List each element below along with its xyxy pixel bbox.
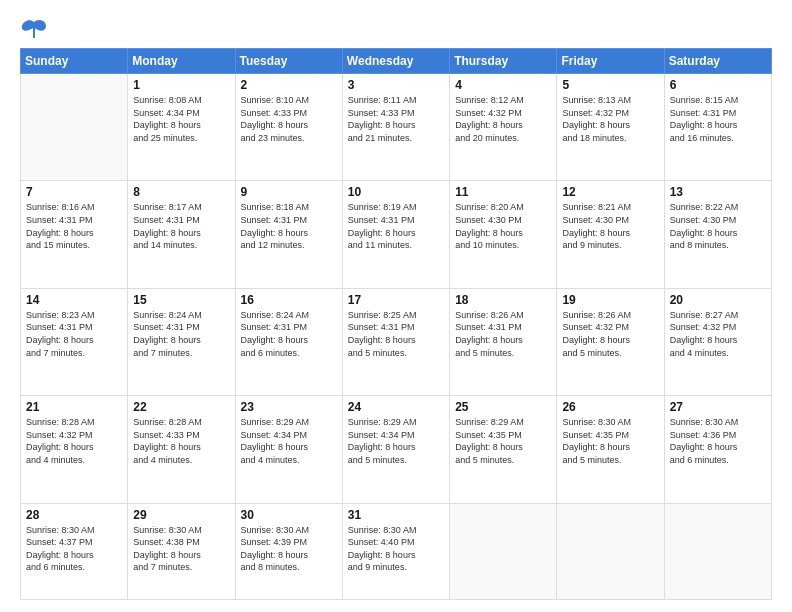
calendar-day-cell: 12Sunrise: 8:21 AM Sunset: 4:30 PM Dayli… — [557, 181, 664, 288]
calendar-table: SundayMondayTuesdayWednesdayThursdayFrid… — [20, 48, 772, 600]
calendar-day-cell: 30Sunrise: 8:30 AM Sunset: 4:39 PM Dayli… — [235, 503, 342, 599]
day-info: Sunrise: 8:24 AM Sunset: 4:31 PM Dayligh… — [133, 309, 229, 359]
day-info: Sunrise: 8:30 AM Sunset: 4:40 PM Dayligh… — [348, 524, 444, 574]
calendar-day-cell: 26Sunrise: 8:30 AM Sunset: 4:35 PM Dayli… — [557, 396, 664, 503]
day-number: 3 — [348, 78, 444, 92]
day-info: Sunrise: 8:28 AM Sunset: 4:32 PM Dayligh… — [26, 416, 122, 466]
calendar-week-row: 21Sunrise: 8:28 AM Sunset: 4:32 PM Dayli… — [21, 396, 772, 503]
day-info: Sunrise: 8:26 AM Sunset: 4:32 PM Dayligh… — [562, 309, 658, 359]
day-number: 13 — [670, 185, 766, 199]
calendar-day-cell: 22Sunrise: 8:28 AM Sunset: 4:33 PM Dayli… — [128, 396, 235, 503]
calendar-day-cell: 2Sunrise: 8:10 AM Sunset: 4:33 PM Daylig… — [235, 74, 342, 181]
calendar-day-cell: 29Sunrise: 8:30 AM Sunset: 4:38 PM Dayli… — [128, 503, 235, 599]
day-info: Sunrise: 8:23 AM Sunset: 4:31 PM Dayligh… — [26, 309, 122, 359]
day-info: Sunrise: 8:16 AM Sunset: 4:31 PM Dayligh… — [26, 201, 122, 251]
day-info: Sunrise: 8:21 AM Sunset: 4:30 PM Dayligh… — [562, 201, 658, 251]
day-info: Sunrise: 8:28 AM Sunset: 4:33 PM Dayligh… — [133, 416, 229, 466]
calendar-day-cell: 17Sunrise: 8:25 AM Sunset: 4:31 PM Dayli… — [342, 288, 449, 395]
day-number: 6 — [670, 78, 766, 92]
day-number: 8 — [133, 185, 229, 199]
day-info: Sunrise: 8:12 AM Sunset: 4:32 PM Dayligh… — [455, 94, 551, 144]
calendar-week-row: 14Sunrise: 8:23 AM Sunset: 4:31 PM Dayli… — [21, 288, 772, 395]
calendar-day-cell: 9Sunrise: 8:18 AM Sunset: 4:31 PM Daylig… — [235, 181, 342, 288]
day-number: 1 — [133, 78, 229, 92]
calendar-day-cell: 1Sunrise: 8:08 AM Sunset: 4:34 PM Daylig… — [128, 74, 235, 181]
calendar-day-cell — [664, 503, 771, 599]
calendar-day-cell: 8Sunrise: 8:17 AM Sunset: 4:31 PM Daylig… — [128, 181, 235, 288]
calendar-week-row: 1Sunrise: 8:08 AM Sunset: 4:34 PM Daylig… — [21, 74, 772, 181]
calendar-weekday-header: Friday — [557, 49, 664, 74]
day-info: Sunrise: 8:30 AM Sunset: 4:37 PM Dayligh… — [26, 524, 122, 574]
day-number: 22 — [133, 400, 229, 414]
logo — [20, 18, 52, 40]
day-info: Sunrise: 8:10 AM Sunset: 4:33 PM Dayligh… — [241, 94, 337, 144]
day-number: 19 — [562, 293, 658, 307]
day-number: 30 — [241, 508, 337, 522]
day-info: Sunrise: 8:22 AM Sunset: 4:30 PM Dayligh… — [670, 201, 766, 251]
calendar-day-cell: 27Sunrise: 8:30 AM Sunset: 4:36 PM Dayli… — [664, 396, 771, 503]
calendar-day-cell: 15Sunrise: 8:24 AM Sunset: 4:31 PM Dayli… — [128, 288, 235, 395]
calendar-day-cell — [557, 503, 664, 599]
day-number: 27 — [670, 400, 766, 414]
calendar-day-cell: 7Sunrise: 8:16 AM Sunset: 4:31 PM Daylig… — [21, 181, 128, 288]
calendar-day-cell: 21Sunrise: 8:28 AM Sunset: 4:32 PM Dayli… — [21, 396, 128, 503]
day-info: Sunrise: 8:15 AM Sunset: 4:31 PM Dayligh… — [670, 94, 766, 144]
calendar-day-cell: 25Sunrise: 8:29 AM Sunset: 4:35 PM Dayli… — [450, 396, 557, 503]
day-number: 28 — [26, 508, 122, 522]
day-number: 31 — [348, 508, 444, 522]
day-number: 16 — [241, 293, 337, 307]
calendar-day-cell: 16Sunrise: 8:24 AM Sunset: 4:31 PM Dayli… — [235, 288, 342, 395]
calendar-week-row: 28Sunrise: 8:30 AM Sunset: 4:37 PM Dayli… — [21, 503, 772, 599]
calendar-day-cell: 14Sunrise: 8:23 AM Sunset: 4:31 PM Dayli… — [21, 288, 128, 395]
day-info: Sunrise: 8:24 AM Sunset: 4:31 PM Dayligh… — [241, 309, 337, 359]
day-info: Sunrise: 8:19 AM Sunset: 4:31 PM Dayligh… — [348, 201, 444, 251]
day-number: 5 — [562, 78, 658, 92]
calendar-day-cell: 23Sunrise: 8:29 AM Sunset: 4:34 PM Dayli… — [235, 396, 342, 503]
calendar-weekday-header: Sunday — [21, 49, 128, 74]
day-number: 23 — [241, 400, 337, 414]
day-number: 21 — [26, 400, 122, 414]
calendar-weekday-header: Monday — [128, 49, 235, 74]
calendar-day-cell: 4Sunrise: 8:12 AM Sunset: 4:32 PM Daylig… — [450, 74, 557, 181]
calendar-weekday-header: Wednesday — [342, 49, 449, 74]
calendar-day-cell: 24Sunrise: 8:29 AM Sunset: 4:34 PM Dayli… — [342, 396, 449, 503]
day-info: Sunrise: 8:29 AM Sunset: 4:35 PM Dayligh… — [455, 416, 551, 466]
day-number: 18 — [455, 293, 551, 307]
calendar-day-cell: 28Sunrise: 8:30 AM Sunset: 4:37 PM Dayli… — [21, 503, 128, 599]
day-info: Sunrise: 8:29 AM Sunset: 4:34 PM Dayligh… — [348, 416, 444, 466]
day-number: 26 — [562, 400, 658, 414]
calendar-day-cell: 11Sunrise: 8:20 AM Sunset: 4:30 PM Dayli… — [450, 181, 557, 288]
calendar-day-cell: 13Sunrise: 8:22 AM Sunset: 4:30 PM Dayli… — [664, 181, 771, 288]
day-info: Sunrise: 8:20 AM Sunset: 4:30 PM Dayligh… — [455, 201, 551, 251]
logo-icon — [20, 18, 48, 40]
day-number: 25 — [455, 400, 551, 414]
calendar-day-cell: 19Sunrise: 8:26 AM Sunset: 4:32 PM Dayli… — [557, 288, 664, 395]
day-number: 12 — [562, 185, 658, 199]
day-number: 17 — [348, 293, 444, 307]
calendar-day-cell: 31Sunrise: 8:30 AM Sunset: 4:40 PM Dayli… — [342, 503, 449, 599]
day-number: 11 — [455, 185, 551, 199]
calendar-header-row: SundayMondayTuesdayWednesdayThursdayFrid… — [21, 49, 772, 74]
day-info: Sunrise: 8:08 AM Sunset: 4:34 PM Dayligh… — [133, 94, 229, 144]
day-number: 20 — [670, 293, 766, 307]
day-number: 29 — [133, 508, 229, 522]
calendar-day-cell — [21, 74, 128, 181]
day-number: 24 — [348, 400, 444, 414]
day-number: 14 — [26, 293, 122, 307]
calendar-weekday-header: Tuesday — [235, 49, 342, 74]
page: SundayMondayTuesdayWednesdayThursdayFrid… — [0, 0, 792, 612]
calendar-weekday-header: Saturday — [664, 49, 771, 74]
day-info: Sunrise: 8:13 AM Sunset: 4:32 PM Dayligh… — [562, 94, 658, 144]
day-info: Sunrise: 8:17 AM Sunset: 4:31 PM Dayligh… — [133, 201, 229, 251]
day-number: 10 — [348, 185, 444, 199]
day-info: Sunrise: 8:30 AM Sunset: 4:36 PM Dayligh… — [670, 416, 766, 466]
calendar-day-cell: 20Sunrise: 8:27 AM Sunset: 4:32 PM Dayli… — [664, 288, 771, 395]
day-info: Sunrise: 8:30 AM Sunset: 4:38 PM Dayligh… — [133, 524, 229, 574]
day-info: Sunrise: 8:30 AM Sunset: 4:39 PM Dayligh… — [241, 524, 337, 574]
calendar-day-cell: 10Sunrise: 8:19 AM Sunset: 4:31 PM Dayli… — [342, 181, 449, 288]
day-info: Sunrise: 8:27 AM Sunset: 4:32 PM Dayligh… — [670, 309, 766, 359]
day-number: 4 — [455, 78, 551, 92]
calendar-day-cell: 18Sunrise: 8:26 AM Sunset: 4:31 PM Dayli… — [450, 288, 557, 395]
day-number: 15 — [133, 293, 229, 307]
day-info: Sunrise: 8:18 AM Sunset: 4:31 PM Dayligh… — [241, 201, 337, 251]
